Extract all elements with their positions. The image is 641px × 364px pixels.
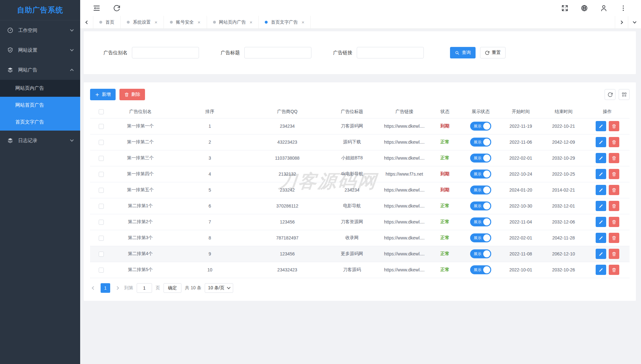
display-toggle[interactable]: 展示 [470,186,491,194]
column-settings-button[interactable] [619,89,630,100]
search-input-2[interactable] [357,47,424,58]
sidebar-subitem[interactable]: 网站页内广告 [0,80,80,97]
shield-icon [7,47,13,53]
display-toggle[interactable]: 展示 [470,249,491,258]
collapse-menu-icon[interactable] [93,4,100,12]
add-button-label: 新增 [102,92,111,97]
toggle-knob [483,202,490,209]
display-toggle[interactable]: 展示 [470,170,491,178]
add-button[interactable]: 新增 [90,89,116,100]
row-sort: 4 [168,166,251,182]
tab-0[interactable]: 首页 [93,16,121,28]
table-refresh-button[interactable] [605,89,615,100]
row-checkbox[interactable] [99,220,104,225]
close-icon[interactable]: × [250,20,253,25]
sidebar-item-label: 网站广告 [18,67,71,73]
page-content: 广告位别名广告标题广告链接 查询 重置 刀客源码网 新增 [80,29,641,364]
tabs-menu-toggle[interactable] [628,16,641,28]
next-page-button[interactable] [114,283,121,293]
delete-row-button[interactable] [609,217,619,227]
row-title: 更多源码网 [323,246,381,262]
search-input-1[interactable] [244,47,311,58]
display-toggle[interactable]: 展示 [470,217,491,226]
sidebar-item-site-settings[interactable]: 网站设置 [0,40,80,60]
sidebar-item-site-ads[interactable]: 网站广告 [0,60,80,80]
delete-row-button[interactable] [609,169,619,179]
delete-row-button[interactable] [609,265,619,275]
row-checkbox[interactable] [99,268,104,273]
row-end-date: 2032-12-01 [542,198,585,214]
edit-button[interactable] [596,233,606,243]
display-toggle[interactable]: 展示 [470,201,491,210]
close-icon[interactable]: × [301,20,304,25]
row-actions-cell [585,166,630,182]
edit-button[interactable] [596,217,606,227]
row-checkbox[interactable] [99,236,104,241]
select-all-checkbox[interactable] [99,109,104,114]
display-toggle[interactable]: 展示 [470,233,491,242]
fullscreen-icon[interactable] [561,4,569,12]
sidebar-item-logs[interactable]: 日志记录 [0,131,80,150]
row-start-date: 2024-01-20 [500,182,542,198]
close-icon[interactable]: × [198,20,201,25]
edit-button[interactable] [596,265,606,275]
row-checkbox[interactable] [99,124,104,129]
close-icon[interactable]: × [155,20,157,25]
search-input-0[interactable] [132,47,199,58]
row-checkbox[interactable] [99,172,104,177]
delete-row-button[interactable] [609,201,619,211]
row-checkbox[interactable] [99,156,104,161]
row-link: https://www.dkewl.... [381,230,428,246]
edit-button[interactable] [596,121,606,131]
row-checkbox[interactable] [99,188,104,193]
display-toggle[interactable]: 展示 [470,138,491,147]
refresh-icon[interactable] [113,4,120,12]
goto-page-input[interactable] [137,283,152,293]
delete-row-button[interactable] [609,153,619,163]
tab-1[interactable]: 系统设置× [121,16,164,28]
display-toggle[interactable]: 展示 [470,122,491,131]
edit-button[interactable] [596,185,606,195]
toggle-knob [483,266,490,273]
sidebar-subitem[interactable]: 首页文字广告 [0,114,80,131]
tab-dot [265,21,268,24]
delete-row-button[interactable] [609,249,619,259]
edit-button[interactable] [596,249,606,259]
goto-confirm-button[interactable]: 确定 [164,283,181,293]
page-number[interactable]: 1 [101,283,110,293]
delete-button[interactable]: 删除 [119,89,145,100]
refresh-icon [607,92,613,97]
globe-icon[interactable] [581,4,588,12]
edit-button[interactable] [596,137,606,147]
edit-button[interactable] [596,153,606,163]
table-row: 第一排第三个31103738088小姐姐BT8https://www.dkewl… [90,150,630,166]
delete-row-button[interactable] [609,185,619,195]
query-button[interactable]: 查询 [450,47,476,58]
edit-button[interactable] [596,169,606,179]
tabs-scroll-left[interactable] [80,16,93,28]
tab-3[interactable]: 网站页内广告× [207,16,259,28]
more-vertical-icon[interactable] [620,4,627,12]
column-header: 广告位别名 [112,105,168,118]
row-checkbox[interactable] [99,204,104,209]
row-checkbox[interactable] [99,252,104,257]
page-size-select[interactable]: 10 条/页 [205,283,233,293]
user-icon[interactable] [600,4,607,12]
sidebar-subitem[interactable]: 网站首页广告 [0,97,80,114]
edit-button[interactable] [596,201,606,211]
tab-2[interactable]: 账号安全× [164,16,207,28]
row-checkbox[interactable] [99,140,104,145]
reset-button[interactable]: 重置 [480,47,506,58]
tab-4[interactable]: 首页文字广告× [259,16,311,28]
tabs-scroll-right[interactable] [615,16,628,28]
display-toggle[interactable]: 展示 [470,154,491,163]
delete-row-button[interactable] [609,137,619,147]
row-start-date: 2022-10-30 [500,198,542,214]
prev-page-button[interactable] [90,283,97,293]
display-toggle[interactable]: 展示 [470,265,491,274]
delete-row-button[interactable] [609,233,619,243]
row-status-cell: 正常 [428,134,462,150]
delete-row-button[interactable] [609,121,619,131]
row-display-cell: 展示 [462,246,500,262]
sidebar-item-workspace[interactable]: 工作空间 [0,20,80,40]
